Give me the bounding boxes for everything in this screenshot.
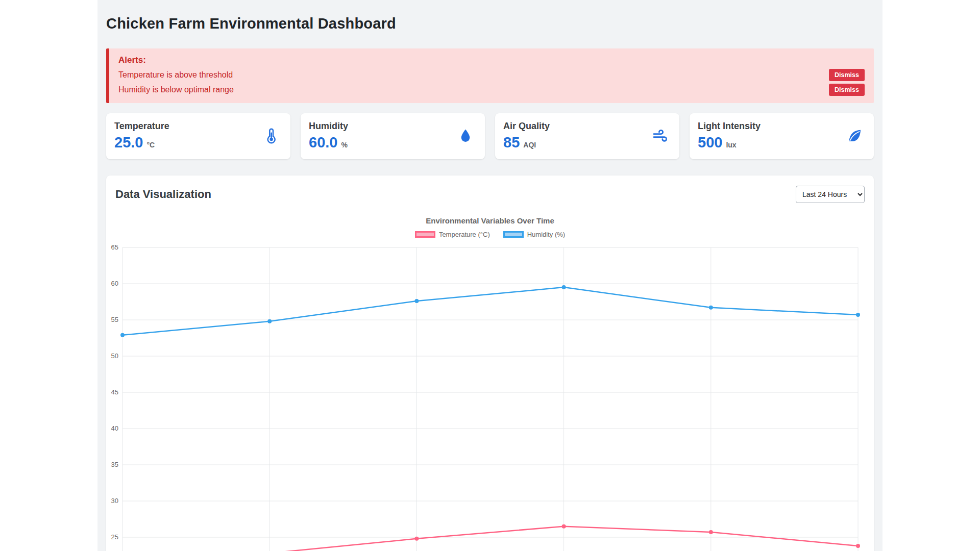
metric-label: Light Intensity (698, 121, 865, 132)
data-point (414, 537, 419, 541)
metric-value: 85 (503, 134, 520, 151)
data-point (120, 333, 125, 337)
metric-label: Air Quality (503, 121, 670, 132)
visualization-title: Data Visualization (114, 188, 211, 201)
alerts-heading: Alerts: (118, 55, 865, 65)
metric-card-air-quality: Air Quality 85 AQI (495, 113, 679, 159)
alert-message-temperature: Temperature is above threshold (118, 70, 233, 80)
metric-card-light-intensity: Light Intensity 500 lux (690, 113, 874, 159)
line-chart: Environmental Variables Over Time Temper… (114, 216, 866, 551)
metric-label: Temperature (114, 121, 281, 132)
y-axis-tick-label: 55 (111, 316, 118, 323)
time-range-select[interactable]: Last 24 Hours (796, 186, 865, 203)
y-axis-tick-label: 25 (111, 533, 118, 541)
metric-value: 500 (698, 134, 722, 151)
metric-value: 60.0 (309, 134, 337, 151)
dismiss-alert-button[interactable]: Dismiss (829, 69, 865, 81)
y-axis-tick-label: 50 (111, 352, 118, 360)
legend-label: Humidity (%) (527, 231, 565, 238)
data-point (709, 530, 713, 534)
y-axis-tick-label: 30 (111, 497, 118, 505)
y-axis-tick-label: 35 (111, 461, 118, 468)
data-point (856, 313, 860, 317)
chart-plot-area: 65605550454035302520 (110, 242, 862, 551)
thermometer-icon (263, 128, 279, 144)
droplet-icon (457, 128, 474, 144)
page-title: Chicken Farm Environmental Dashboard (106, 15, 874, 32)
legend-swatch (415, 231, 435, 238)
y-axis-tick-label: 60 (111, 280, 118, 287)
data-visualization-card: Data Visualization Last 24 Hours Environ… (106, 176, 874, 551)
data-point (267, 319, 272, 323)
metric-unit: °C (146, 141, 155, 149)
metric-label: Humidity (309, 121, 476, 132)
y-axis-tick-label: 40 (111, 424, 118, 432)
chart-legend: Temperature (°C)Humidity (%) (114, 231, 866, 238)
y-axis-tick-label: 65 (111, 243, 118, 251)
chart-title: Environmental Variables Over Time (114, 216, 866, 225)
alert-row: Humidity is below optimal range Dismiss (118, 82, 865, 97)
metric-value: 25.0 (114, 134, 143, 151)
metric-card-humidity: Humidity 60.0 % (301, 113, 485, 159)
data-point (562, 285, 566, 289)
dismiss-alert-button[interactable]: Dismiss (829, 84, 865, 96)
metric-unit: lux (726, 141, 736, 149)
alerts-banner: Alerts: Temperature is above threshold D… (106, 48, 874, 103)
legend-item[interactable]: Temperature (°C) (415, 231, 490, 238)
leaf-icon (846, 128, 863, 144)
y-axis-tick-label: 45 (111, 388, 118, 396)
dashboard-container: Chicken Farm Environmental Dashboard Ale… (97, 0, 883, 551)
metrics-row: Temperature 25.0 °C Humidity 60.0 % (106, 113, 874, 159)
metric-unit: % (341, 141, 347, 149)
alert-message-humidity: Humidity is below optimal range (118, 85, 234, 94)
wind-icon (652, 128, 668, 144)
data-point (562, 524, 566, 529)
legend-swatch (503, 231, 524, 238)
metric-unit: AQI (523, 141, 536, 149)
data-point (414, 299, 419, 303)
legend-label: Temperature (°C) (439, 231, 490, 238)
data-point (856, 544, 860, 548)
data-point (709, 306, 713, 310)
series-line (122, 527, 858, 551)
legend-item[interactable]: Humidity (%) (503, 231, 565, 238)
alert-row: Temperature is above threshold Dismiss (118, 67, 865, 82)
metric-card-temperature: Temperature 25.0 °C (106, 113, 290, 159)
series-line (122, 287, 858, 335)
